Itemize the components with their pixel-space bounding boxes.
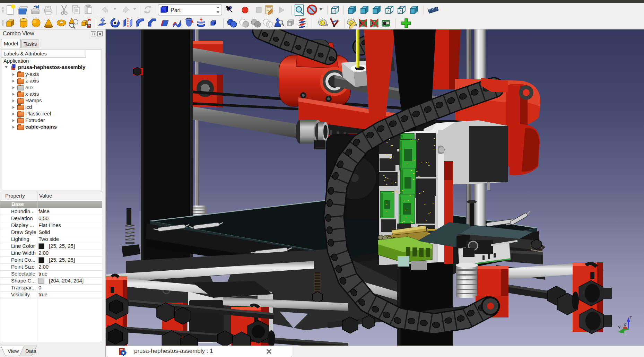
svg-text:Part: Part <box>171 7 181 13</box>
svg-text:View: View <box>8 348 19 354</box>
svg-text:Data: Data <box>25 348 36 354</box>
svg-text:Z: Z <box>629 316 632 320</box>
svg-text:?: ? <box>229 5 232 12</box>
svg-text:Y: Y <box>618 325 621 330</box>
svg-text:X: X <box>624 323 626 327</box>
